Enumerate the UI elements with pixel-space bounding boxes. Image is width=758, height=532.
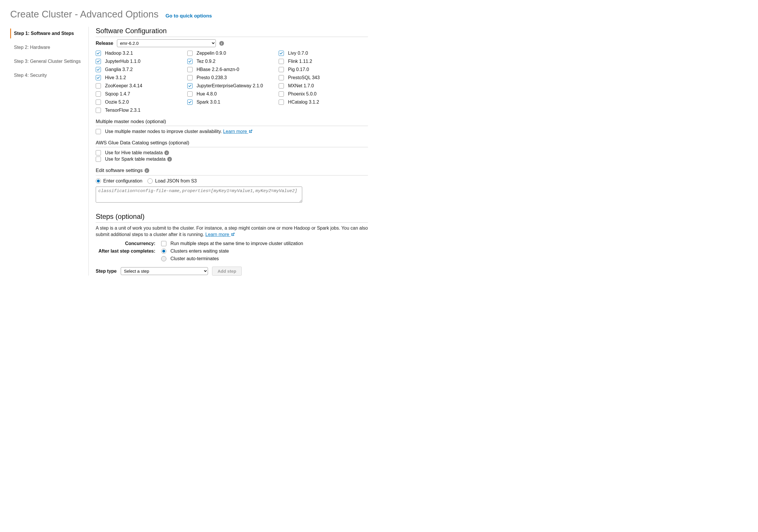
software-label: Hue 4.8.0 (197, 91, 217, 97)
software-label: Livy 0.7.0 (288, 51, 308, 56)
quick-options-link[interactable]: Go to quick options (165, 13, 212, 19)
software-checkbox[interactable] (279, 59, 284, 64)
wizard-sidebar: Step 1: Software and StepsStep 2: Hardwa… (10, 27, 89, 276)
concurrency-text: Run multiple steps at the same time to i… (170, 241, 303, 246)
software-checkbox[interactable] (279, 51, 284, 56)
software-label: JupyterEnterpriseGateway 2.1.0 (197, 83, 263, 89)
software-label: Tez 0.9.2 (197, 59, 216, 64)
release-label: Release (96, 41, 114, 46)
software-label: Sqoop 1.4.7 (105, 91, 130, 97)
enter-config-label: Enter configuration (103, 178, 142, 184)
software-checkbox[interactable] (96, 91, 101, 97)
info-icon[interactable]: i (219, 41, 224, 46)
software-checkbox[interactable] (96, 75, 101, 80)
wizard-step-3[interactable]: Step 3: General Cluster Settings (10, 56, 83, 66)
after-terminate-radio[interactable] (161, 256, 166, 261)
glue-spark-label: Use for Spark table metadata (105, 157, 165, 162)
software-label: MXNet 1.7.0 (288, 83, 314, 89)
concurrency-label: Concurrency: (96, 241, 155, 246)
config-textarea[interactable] (96, 187, 302, 202)
after-last-label: After last step completes: (96, 249, 155, 254)
multi-master-checkbox[interactable] (96, 129, 101, 134)
external-link-icon (249, 129, 253, 133)
multi-master-title: Multiple master nodes (optional) (96, 119, 368, 124)
glue-spark-checkbox[interactable] (96, 157, 101, 162)
software-checkbox[interactable] (96, 67, 101, 72)
software-checkbox[interactable] (187, 59, 192, 64)
load-s3-label: Load JSON from S3 (155, 178, 197, 184)
wizard-step-2[interactable]: Step 2: Hardware (10, 43, 83, 53)
steps-desc: A step is a unit of work you submit to t… (96, 225, 368, 237)
software-checkbox[interactable] (187, 99, 192, 105)
software-checkbox[interactable] (279, 99, 284, 105)
multi-master-learn-link[interactable]: Learn more (223, 129, 253, 134)
steps-learn-link[interactable]: Learn more (205, 232, 235, 237)
add-step-button[interactable]: Add step (212, 266, 242, 276)
software-label: Ganglia 3.7.2 (105, 67, 133, 72)
software-label: Oozie 5.2.0 (105, 99, 129, 105)
software-checkbox[interactable] (279, 75, 284, 80)
software-label: HCatalog 3.1.2 (288, 99, 319, 105)
load-s3-radio[interactable] (148, 178, 153, 184)
info-icon[interactable]: i (145, 168, 149, 173)
software-checkbox[interactable] (96, 99, 101, 105)
software-checkbox[interactable] (96, 108, 101, 113)
multi-master-label: Use multiple master nodes to improve clu… (105, 129, 222, 134)
software-label: HBase 2.2.6-amzn-0 (197, 67, 239, 72)
software-label: Phoenix 5.0.0 (288, 91, 317, 97)
info-icon[interactable]: i (164, 151, 169, 155)
software-checkbox[interactable] (279, 83, 284, 89)
external-link-icon (231, 232, 235, 236)
software-label: Pig 0.17.0 (288, 67, 309, 72)
software-label: Presto 0.238.3 (197, 75, 227, 80)
release-select[interactable]: emr-6.2.0 (117, 39, 216, 47)
software-label: Zeppelin 0.9.0 (197, 51, 226, 56)
concurrency-checkbox[interactable] (161, 241, 166, 246)
software-label: Spark 3.0.1 (197, 99, 221, 105)
after-terminate-label: Cluster auto-terminates (170, 256, 219, 261)
glue-hive-checkbox[interactable] (96, 150, 101, 156)
software-checkbox[interactable] (96, 51, 101, 56)
software-label: JupyterHub 1.1.0 (105, 59, 141, 64)
software-checkbox[interactable] (96, 59, 101, 64)
software-checkbox[interactable] (187, 91, 192, 97)
after-waiting-label: Clusters enters waiting state (170, 249, 229, 254)
software-checkbox[interactable] (187, 75, 192, 80)
software-label: Hadoop 3.2.1 (105, 51, 133, 56)
software-checkbox[interactable] (279, 67, 284, 72)
software-label: PrestoSQL 343 (288, 75, 320, 80)
software-label: Flink 1.11.2 (288, 59, 312, 64)
enter-config-radio[interactable] (96, 178, 101, 184)
software-checkbox[interactable] (96, 83, 101, 89)
wizard-step-4[interactable]: Step 4: Security (10, 70, 83, 80)
glue-hive-label: Use for Hive table metadata (105, 150, 163, 156)
wizard-step-1[interactable]: Step 1: Software and Steps (10, 28, 83, 38)
software-checkbox[interactable] (187, 51, 192, 56)
software-config-title: Software Configuration (96, 27, 368, 35)
software-label: TensorFlow 2.3.1 (105, 108, 141, 113)
software-label: Hive 3.1.2 (105, 75, 126, 80)
software-checkbox[interactable] (187, 83, 192, 89)
steps-title: Steps (optional) (96, 212, 368, 221)
after-waiting-radio[interactable] (161, 249, 166, 254)
step-type-label: Step type (96, 268, 117, 274)
software-label: ZooKeeper 3.4.14 (105, 83, 142, 89)
software-checkbox[interactable] (279, 91, 284, 97)
glue-title: AWS Glue Data Catalog settings (optional… (96, 140, 368, 146)
edit-settings-title: Edit software settings i (96, 168, 149, 173)
step-type-select[interactable]: Select a step (121, 267, 208, 275)
page-title: Create Cluster - Advanced Options (10, 9, 158, 20)
software-checkbox[interactable] (187, 67, 192, 72)
info-icon[interactable]: i (167, 157, 172, 161)
